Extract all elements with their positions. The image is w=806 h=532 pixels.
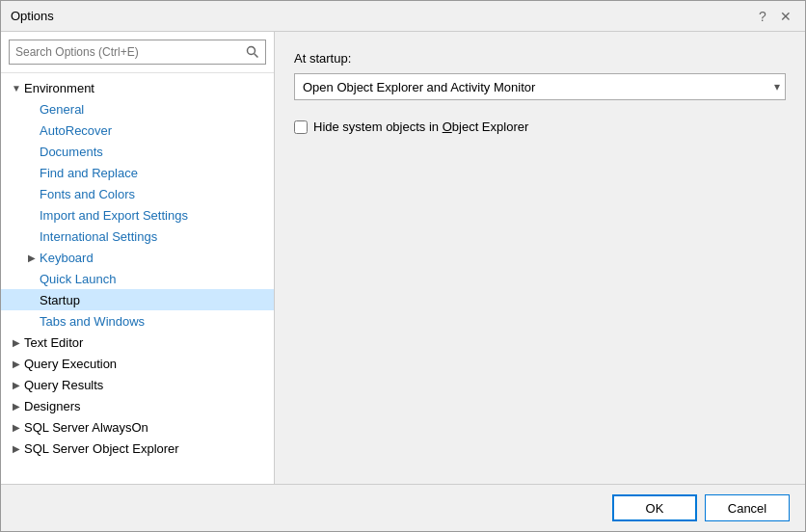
tree-item-keyboard[interactable]: ▶ Keyboard xyxy=(1,247,274,268)
expand-icon-sql-alwayson: ▶ xyxy=(9,419,24,435)
checkbox-label-text: Hide system objects in Object Explorer xyxy=(313,120,528,134)
expand-icon-query-results: ▶ xyxy=(9,377,24,392)
checkbox-row: Hide system objects in Object Explorer xyxy=(294,120,786,134)
options-dialog: Options ? ✕ xyxy=(0,0,806,532)
help-button[interactable]: ? xyxy=(753,7,772,26)
ok-button[interactable]: OK xyxy=(612,494,697,521)
tree-view: ▼ Environment General AutoRecover Docume… xyxy=(1,73,274,484)
hide-system-label: Hide system objects in Object Explorer xyxy=(313,120,528,134)
expand-icon-startup xyxy=(24,292,40,307)
search-button[interactable] xyxy=(240,40,265,65)
expand-icon-quick-launch xyxy=(24,271,40,286)
tree-label-quick-launch: Quick Launch xyxy=(40,272,117,286)
search-wrapper xyxy=(9,40,266,65)
expand-icon-autorecover xyxy=(24,122,40,138)
startup-dropdown[interactable]: Open Object Explorer and Activity Monito… xyxy=(294,73,786,100)
svg-line-1 xyxy=(255,54,258,58)
search-input[interactable] xyxy=(10,43,240,61)
hide-system-checkbox[interactable] xyxy=(294,120,308,134)
expand-icon-general xyxy=(24,101,40,117)
tree-item-query-execution[interactable]: ▶ Query Execution xyxy=(1,353,274,374)
tree-item-environment[interactable]: ▼ Environment xyxy=(1,77,274,98)
expand-icon-find-replace xyxy=(24,165,40,180)
search-container xyxy=(1,32,274,73)
dropdown-container: Open Object Explorer and Activity Monito… xyxy=(294,73,786,100)
expand-icon-designers: ▶ xyxy=(9,398,24,413)
svg-point-0 xyxy=(248,47,255,55)
tree-label-query-execution: Query Execution xyxy=(24,357,117,371)
expand-icon-international xyxy=(24,228,40,244)
tree-item-autorecover[interactable]: AutoRecover xyxy=(1,120,274,141)
expand-icon-text-editor: ▶ xyxy=(9,334,24,350)
tree-item-international[interactable]: International Settings xyxy=(1,226,274,247)
tree-label-import-export: Import and Export Settings xyxy=(40,208,188,223)
expand-icon-documents xyxy=(24,144,40,159)
dialog-title: Options xyxy=(11,9,54,23)
tree-label-environment: Environment xyxy=(24,81,94,95)
tree-label-international: International Settings xyxy=(40,229,157,244)
tree-label-keyboard: Keyboard xyxy=(40,251,94,265)
expand-icon-keyboard: ▶ xyxy=(24,250,40,265)
expand-icon-fonts-colors xyxy=(24,186,40,201)
tree-item-query-results[interactable]: ▶ Query Results xyxy=(1,374,274,395)
tree-label-sql-alwayson: SQL Server AlwaysOn xyxy=(24,420,148,435)
title-bar-controls: ? ✕ xyxy=(753,7,795,26)
dialog-footer: OK Cancel xyxy=(1,484,805,531)
tree-label-find-replace: Find and Replace xyxy=(40,166,138,180)
tree-item-find-replace[interactable]: Find and Replace xyxy=(1,162,274,183)
tree-label-designers: Designers xyxy=(24,399,81,413)
tree-label-query-results: Query Results xyxy=(24,378,103,392)
expand-icon-query-execution: ▶ xyxy=(9,356,24,371)
tree-item-documents[interactable]: Documents xyxy=(1,141,274,162)
tree-label-autorecover: AutoRecover xyxy=(40,123,112,138)
title-bar: Options ? ✕ xyxy=(1,1,805,32)
tree-item-startup[interactable]: Startup xyxy=(1,289,274,310)
expand-icon-import-export xyxy=(24,207,40,223)
tree-item-designers[interactable]: ▶ Designers xyxy=(1,395,274,416)
tree-item-tabs-windows[interactable]: Tabs and Windows xyxy=(1,310,274,332)
expand-icon-environment: ▼ xyxy=(9,80,24,95)
tree-label-text-editor: Text Editor xyxy=(24,335,83,350)
expand-icon-sql-object-explorer: ▶ xyxy=(9,440,24,456)
tree-item-fonts-colors[interactable]: Fonts and Colors xyxy=(1,183,274,204)
tree-item-sql-object-explorer[interactable]: ▶ SQL Server Object Explorer xyxy=(1,438,274,459)
tree-item-quick-launch[interactable]: Quick Launch xyxy=(1,268,274,289)
dialog-body: ▼ Environment General AutoRecover Docume… xyxy=(1,32,805,484)
tree-item-import-export[interactable]: Import and Export Settings xyxy=(1,204,274,226)
tree-label-general: General xyxy=(40,102,84,117)
tree-label-tabs-windows: Tabs and Windows xyxy=(40,314,145,329)
right-panel: At startup: Open Object Explorer and Act… xyxy=(275,32,805,484)
close-button[interactable]: ✕ xyxy=(776,7,795,26)
cancel-button[interactable]: Cancel xyxy=(705,494,790,521)
tree-item-sql-alwayson[interactable]: ▶ SQL Server AlwaysOn xyxy=(1,416,274,438)
tree-item-text-editor[interactable]: ▶ Text Editor xyxy=(1,332,274,353)
tree-label-fonts-colors: Fonts and Colors xyxy=(40,187,135,201)
tree-item-general[interactable]: General xyxy=(1,98,274,120)
right-spacer xyxy=(294,134,786,474)
tree-label-sql-object-explorer: SQL Server Object Explorer xyxy=(24,441,179,456)
at-startup-label: At startup: xyxy=(294,51,786,66)
expand-icon-tabs-windows xyxy=(24,313,40,329)
left-panel: ▼ Environment General AutoRecover Docume… xyxy=(1,32,275,484)
tree-label-documents: Documents xyxy=(40,145,103,159)
tree-label-startup: Startup xyxy=(40,293,80,307)
